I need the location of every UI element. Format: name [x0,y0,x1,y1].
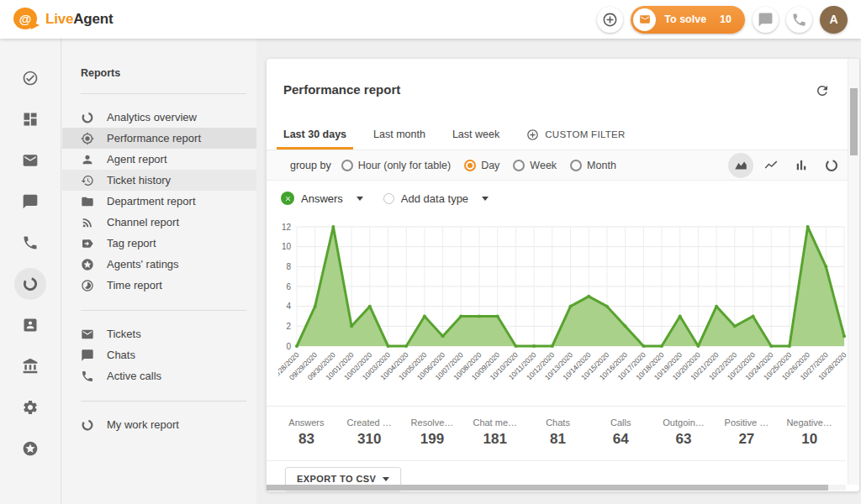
vertical-scrollbar-thumb[interactable] [850,88,858,155]
chat-icon [22,193,39,210]
topbar-actions: To solve 10 A [597,6,848,34]
chart-type-switcher [728,153,844,178]
target-icon [81,132,94,145]
rail-item-tickets[interactable] [0,139,61,181]
to-solve-button[interactable]: To solve 10 [631,6,745,34]
time-range-tabs: Last 30 days Last month Last week CUSTOM… [270,119,843,150]
history-icon [81,174,94,187]
add-circle-icon [526,129,539,141]
rail-item-dashboard[interactable] [0,98,61,139]
bar-chart-button[interactable] [789,153,814,178]
horizontal-scrollbar-thumb[interactable] [267,485,828,491]
chat-icon [81,349,94,362]
divider [81,401,246,402]
radio-hour[interactable]: Hour (only for table) [341,160,451,171]
donut-chart-button[interactable] [819,153,844,178]
rail-item-tasks[interactable] [0,57,61,98]
radio-circle [513,160,525,171]
refresh-button[interactable] [811,79,834,102]
bar-chart-icon [794,158,809,173]
svg-text:8: 8 [286,262,291,271]
add-circle-icon [602,12,618,28]
chats-button[interactable] [753,7,779,33]
refresh-icon [815,83,830,98]
timelapse-icon [81,279,94,292]
tab-last-week[interactable]: Last week [439,119,513,150]
performance-report-card: Performance report Last 30 days Last mon… [267,59,859,491]
radio-day[interactable]: Day [464,160,499,171]
reports-donut-icon [22,276,39,292]
sidebar-item-department-report[interactable]: Department report [62,191,256,212]
dashboard-icon [22,111,39,128]
vertical-scrollbar[interactable] [848,59,859,485]
sidebar-item-chats[interactable]: Chats [62,344,256,365]
gear-icon [22,399,39,416]
radio-circle [570,160,582,171]
answers-series-chip[interactable]: Answers [281,192,363,205]
line-chart-icon [763,158,779,173]
radio-week[interactable]: Week [513,160,557,171]
area-chart-button[interactable] [728,153,753,178]
selected-rail-highlight [14,268,46,300]
sidebar-item-performance-report[interactable]: Performance report [62,128,256,149]
stat-resolved: Resolve…199 [401,417,464,460]
calls-button[interactable] [786,7,812,33]
reports-sidebar: Reports Analytics overview Performance r… [62,39,256,504]
svg-text:12: 12 [282,223,292,232]
rail-item-settings[interactable] [0,386,61,428]
stat-negative: Negative…10 [778,417,841,460]
sidebar-item-channel-report[interactable]: Channel report [62,212,256,233]
line-chart-button[interactable] [758,153,784,178]
user-avatar[interactable]: A [820,6,848,34]
sidebar-item-tickets[interactable]: Tickets [62,323,256,344]
chevron-down-icon [383,477,389,481]
add-data-type-dropdown[interactable]: Add data type [383,192,489,205]
rail-item-company[interactable] [0,345,61,386]
logo-bubble-icon: @ [13,8,39,31]
group-by-label: group by [290,160,331,171]
area-chart-icon [733,158,748,173]
to-solve-count: 10 [720,13,732,25]
sidebar-item-ticket-history[interactable]: Ticket history [62,170,256,191]
person-icon [81,153,94,166]
radio-circle [341,160,353,171]
sidebar-item-agents-ratings[interactable]: Agents' ratings [62,254,256,275]
radio-month[interactable]: Month [570,160,616,171]
rail-item-chats[interactable] [0,181,61,222]
sidebar-item-active-calls[interactable]: Active calls [62,365,256,386]
stat-chats: Chats81 [526,417,589,460]
sidebar-item-tag-report[interactable]: Tag report [62,233,256,254]
envelope-icon [633,8,656,31]
star-circle-icon [22,440,39,457]
series-name: Answers [301,192,343,205]
star-circle-icon [81,258,94,271]
donut-icon [81,111,94,124]
chevron-down-icon [357,197,363,201]
tab-custom-filter[interactable]: CUSTOM FILTER [513,119,638,150]
rail-item-contacts[interactable] [0,304,61,345]
svg-text:0: 0 [286,342,291,351]
tab-last-30-days[interactable]: Last 30 days [270,119,360,150]
add-button[interactable] [597,7,623,33]
radio-circle-selected [464,160,476,171]
rail-item-calls[interactable] [0,222,61,263]
rail-item-gamification[interactable] [0,428,61,469]
answers-area-chart: 02468101209/28/202009/29/202009/30/20201… [278,215,847,408]
chat-icon [758,12,774,28]
mail-icon [22,152,39,169]
divider [81,93,246,94]
contacts-badge-icon [22,317,39,333]
donut-icon [81,418,94,432]
sidebar-item-time-report[interactable]: Time report [62,275,256,296]
sidebar-item-analytics-overview[interactable]: Analytics overview [62,107,256,128]
folder-icon [81,195,94,208]
rail-item-reports[interactable] [0,263,61,304]
sidebar-item-my-work-report[interactable]: My work report [62,414,256,435]
sidebar-item-agent-report[interactable]: Agent report [62,149,256,170]
remove-series-icon[interactable] [281,192,294,205]
rss-icon [81,216,94,229]
horizontal-scrollbar[interactable] [267,485,846,491]
svg-text:4: 4 [286,302,291,311]
to-solve-label: To solve [664,13,706,25]
tab-last-month[interactable]: Last month [360,119,439,150]
